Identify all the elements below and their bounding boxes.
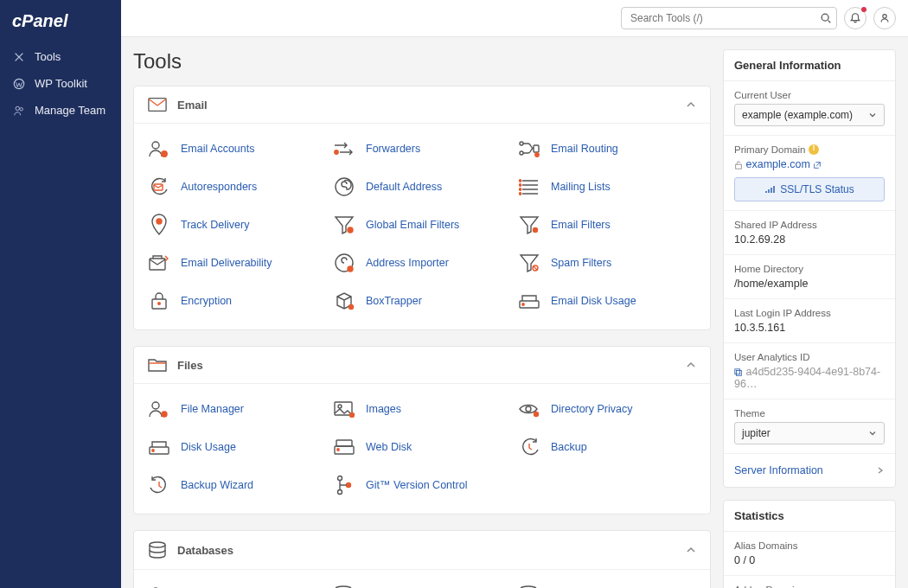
svg-point-31 bbox=[522, 304, 524, 305]
tool-boxtrapper[interactable]: BoxTrapper bbox=[333, 283, 511, 319]
tool-email-routing[interactable]: Email Routing bbox=[518, 131, 696, 167]
last-login-ip-value: 10.3.5.161 bbox=[734, 322, 885, 334]
email-disk-usage-icon bbox=[518, 290, 540, 312]
user-menu-button[interactable] bbox=[873, 7, 896, 29]
svg-rect-56 bbox=[736, 164, 742, 169]
tool-directory-privacy[interactable]: Directory Privacy bbox=[518, 391, 696, 427]
tool-email-accounts[interactable]: Email Accounts bbox=[148, 131, 326, 167]
deliverability-icon bbox=[148, 252, 170, 274]
file-manager-icon bbox=[148, 398, 170, 420]
sidebar-label: WP Toolkit bbox=[35, 77, 87, 90]
tool-web-disk[interactable]: Web Disk bbox=[333, 429, 511, 465]
svg-point-20 bbox=[157, 219, 162, 224]
theme-select[interactable]: jupiter bbox=[734, 422, 885, 444]
svg-point-35 bbox=[338, 405, 342, 408]
panel-head-email[interactable]: Email bbox=[134, 86, 710, 124]
svg-point-11 bbox=[520, 151, 523, 155]
backup-icon bbox=[518, 436, 540, 458]
panel-title: Email bbox=[177, 99, 686, 112]
svg-point-2 bbox=[16, 106, 19, 110]
tool-email-deliverability[interactable]: Email Deliverability bbox=[148, 245, 326, 281]
global-filters-icon bbox=[333, 214, 355, 236]
tool-mysql-databases[interactable]: MySQL® Databases bbox=[333, 577, 511, 588]
tool-encryption[interactable]: Encryption bbox=[148, 283, 326, 319]
tool-backup[interactable]: Backup bbox=[518, 429, 696, 465]
chevron-up-icon[interactable] bbox=[686, 99, 696, 110]
theme-label: Theme bbox=[734, 408, 885, 419]
svg-point-47 bbox=[150, 542, 165, 547]
svg-rect-58 bbox=[735, 369, 740, 374]
tool-forwarders[interactable]: Forwarders bbox=[333, 131, 511, 167]
search-input[interactable] bbox=[621, 7, 837, 29]
tool-backup-wizard[interactable]: Backup Wizard bbox=[148, 467, 326, 503]
images-icon bbox=[333, 398, 355, 420]
tool-images[interactable]: Images bbox=[333, 391, 511, 427]
svg-point-29 bbox=[349, 305, 354, 310]
tool-file-manager[interactable]: File Manager bbox=[148, 391, 326, 427]
panel-head-files[interactable]: Files bbox=[134, 347, 710, 384]
phpmyadmin-icon: php bbox=[148, 584, 170, 588]
sidebar-label: Manage Team bbox=[35, 104, 106, 117]
tool-address-importer[interactable]: Address Importer bbox=[333, 245, 511, 281]
git-icon bbox=[333, 474, 355, 496]
svg-point-10 bbox=[520, 142, 523, 145]
notification-dot-icon bbox=[861, 7, 866, 12]
svg-point-5 bbox=[883, 15, 886, 18]
panel-title: Files bbox=[177, 359, 686, 372]
notifications-button[interactable] bbox=[844, 7, 866, 29]
tool-track-delivery[interactable]: Track Delivery bbox=[148, 207, 326, 243]
email-group-icon bbox=[148, 97, 167, 112]
email-accounts-icon bbox=[148, 137, 170, 160]
tool-autoresponders[interactable]: Autoresponders bbox=[148, 169, 326, 205]
svg-point-28 bbox=[158, 303, 161, 305]
svg-text:cPanel: cPanel bbox=[12, 12, 68, 30]
tool-global-email-filters[interactable]: Global Email Filters bbox=[333, 207, 511, 243]
sidebar-label: Tools bbox=[35, 50, 61, 63]
email-routing-icon bbox=[518, 137, 540, 160]
current-user-select[interactable]: example (example.com) bbox=[734, 104, 885, 126]
wordpress-icon bbox=[12, 78, 26, 90]
tool-git-version-control[interactable]: Git™ Version Control bbox=[333, 467, 511, 503]
panel-head-databases[interactable]: Databases bbox=[134, 531, 710, 570]
svg-point-32 bbox=[152, 402, 159, 409]
svg-point-45 bbox=[338, 490, 342, 495]
tool-default-address[interactable]: Default Address bbox=[333, 169, 511, 205]
panel-title: Databases bbox=[177, 544, 686, 557]
warning-icon bbox=[809, 144, 819, 155]
cpanel-logo[interactable]: cPanel bbox=[0, 7, 121, 43]
sidebar-item-manage-team[interactable]: Manage Team bbox=[0, 97, 121, 124]
boxtrapper-icon bbox=[333, 290, 355, 312]
ssl-tls-status-button[interactable]: SSL/TLS Status bbox=[734, 177, 885, 201]
svg-point-17 bbox=[519, 184, 521, 186]
sidebar: cPanel Tools WP Toolkit Manage Team bbox=[0, 0, 121, 588]
sidebar-item-tools[interactable]: Tools bbox=[0, 43, 121, 70]
primary-domain-link[interactable]: example.com bbox=[745, 158, 809, 170]
mailing-lists-icon bbox=[518, 176, 540, 198]
svg-point-46 bbox=[347, 483, 351, 488]
panel-databases: Databases phpphpMyAdmin MySQL® Databases… bbox=[133, 530, 711, 588]
server-information-link[interactable]: Server Information bbox=[724, 454, 895, 487]
tool-email-filters[interactable]: Email Filters bbox=[518, 207, 696, 243]
sidebar-item-wp-toolkit[interactable]: WP Toolkit bbox=[0, 70, 121, 97]
tool-phpmyadmin[interactable]: phpphpMyAdmin bbox=[148, 577, 326, 588]
svg-rect-12 bbox=[534, 145, 539, 152]
disk-usage-icon bbox=[148, 436, 170, 458]
autoresponders-icon bbox=[148, 176, 170, 198]
analytics-id-value: a4d5d235-9404-4e91-8b74-96… bbox=[734, 366, 880, 390]
page-title: Tools bbox=[133, 49, 711, 74]
tool-mysql-database-wizard[interactable]: MySQL® Database Wizard bbox=[518, 577, 696, 588]
signal-icon bbox=[764, 184, 775, 195]
copy-icon[interactable] bbox=[734, 368, 743, 377]
svg-point-18 bbox=[519, 189, 521, 190]
chevron-down-icon bbox=[868, 429, 877, 438]
statistics-title: Statistics bbox=[724, 501, 895, 532]
search-icon[interactable] bbox=[820, 12, 832, 24]
tool-mailing-lists[interactable]: Mailing Lists bbox=[518, 169, 696, 205]
chevron-up-icon[interactable] bbox=[686, 545, 696, 555]
svg-point-21 bbox=[348, 227, 353, 233]
tool-email-disk-usage[interactable]: Email Disk Usage bbox=[518, 283, 696, 319]
tool-spam-filters[interactable]: Spam Filters bbox=[518, 245, 696, 281]
tool-disk-usage[interactable]: Disk Usage bbox=[148, 429, 326, 465]
chevron-up-icon[interactable] bbox=[686, 360, 696, 370]
home-dir-value: /home/example bbox=[734, 278, 885, 290]
